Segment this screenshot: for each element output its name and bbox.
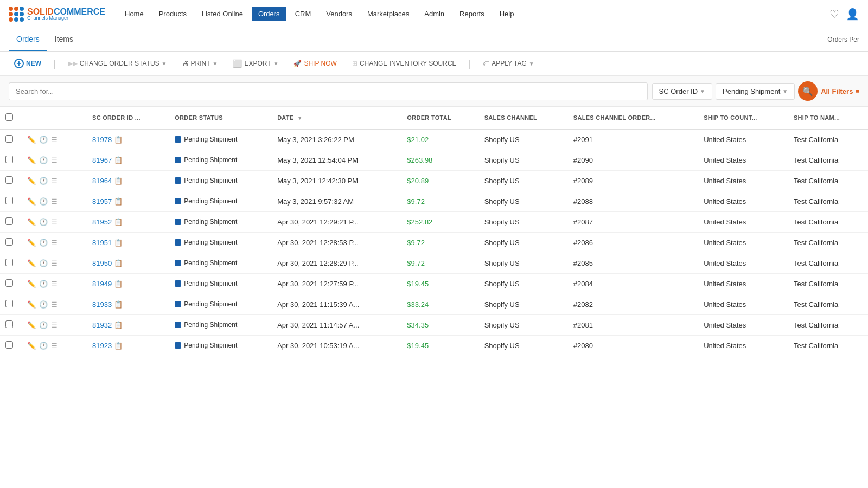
history-icon[interactable]: 🕐 bbox=[39, 342, 48, 350]
row-select-checkbox[interactable] bbox=[5, 320, 13, 328]
history-icon[interactable]: 🕐 bbox=[39, 280, 48, 288]
copy-icon[interactable]: 📋 bbox=[114, 321, 123, 329]
select-all-checkbox[interactable] bbox=[5, 113, 13, 121]
print-button[interactable]: 🖨 PRINT ▼ bbox=[177, 57, 224, 70]
search-button[interactable]: 🔍 bbox=[798, 81, 818, 101]
row-select-checkbox[interactable] bbox=[5, 176, 13, 184]
nav-orders[interactable]: Orders bbox=[252, 7, 286, 21]
nav-crm[interactable]: CRM bbox=[289, 7, 318, 21]
edit-icon[interactable]: ✏️ bbox=[27, 280, 36, 288]
details-icon[interactable]: ☰ bbox=[51, 197, 58, 206]
ship-now-button[interactable]: 🚀 SHIP NOW bbox=[288, 57, 342, 70]
copy-icon[interactable]: 📋 bbox=[114, 136, 123, 144]
row-select-checkbox[interactable] bbox=[5, 279, 13, 287]
user-icon[interactable]: 👤 bbox=[846, 8, 859, 21]
heart-icon[interactable]: ♡ bbox=[829, 8, 839, 21]
row-select-checkbox[interactable] bbox=[5, 259, 13, 266]
edit-icon[interactable]: ✏️ bbox=[27, 197, 36, 206]
tab-orders[interactable]: Orders bbox=[9, 28, 47, 51]
history-icon[interactable]: 🕐 bbox=[39, 300, 48, 309]
edit-icon[interactable]: ✏️ bbox=[27, 177, 36, 185]
order-id-link[interactable]: 81951 bbox=[92, 239, 112, 247]
row-select-checkbox[interactable] bbox=[5, 197, 13, 204]
details-icon[interactable]: ☰ bbox=[51, 156, 58, 164]
details-icon[interactable]: ☰ bbox=[51, 239, 58, 247]
order-id-link[interactable]: 81978 bbox=[92, 136, 112, 144]
history-icon[interactable]: 🕐 bbox=[39, 259, 48, 267]
history-icon[interactable]: 🕐 bbox=[39, 239, 48, 247]
all-filters-button[interactable]: All Filters ≡ bbox=[821, 87, 859, 95]
details-icon[interactable]: ☰ bbox=[51, 136, 58, 144]
edit-icon[interactable]: ✏️ bbox=[27, 136, 36, 144]
nav-admin[interactable]: Admin bbox=[418, 7, 451, 21]
order-id-link[interactable]: 81957 bbox=[92, 197, 112, 206]
header-date[interactable]: DATE ▼ bbox=[272, 107, 401, 129]
edit-icon[interactable]: ✏️ bbox=[27, 259, 36, 267]
history-icon[interactable]: 🕐 bbox=[39, 136, 48, 144]
history-icon[interactable]: 🕐 bbox=[39, 156, 48, 164]
row-select-checkbox[interactable] bbox=[5, 217, 13, 225]
channel-cell: Shopify US bbox=[479, 212, 568, 233]
history-icon[interactable]: 🕐 bbox=[39, 197, 48, 206]
country-cell: United States bbox=[698, 191, 788, 212]
change-inventory-button[interactable]: ⊞ CHANGE INVENTORY SOURCE bbox=[347, 57, 462, 70]
search-input[interactable] bbox=[9, 82, 648, 100]
row-select-checkbox[interactable] bbox=[5, 341, 13, 349]
details-icon[interactable]: ☰ bbox=[51, 177, 58, 185]
nav-vendors[interactable]: Vendors bbox=[320, 7, 359, 21]
details-icon[interactable]: ☰ bbox=[51, 218, 58, 226]
row-select-checkbox[interactable] bbox=[5, 135, 13, 143]
nav-listed-online[interactable]: Listed Online bbox=[195, 7, 250, 21]
copy-icon[interactable]: 📋 bbox=[114, 197, 123, 206]
row-actions: ✏️ 🕐 ☰ bbox=[22, 129, 87, 150]
nav-marketplaces[interactable]: Marketplaces bbox=[361, 7, 416, 21]
order-id-link[interactable]: 81923 bbox=[92, 342, 112, 350]
change-order-status-button[interactable]: ▶▶ CHANGE ORDER STATUS ▼ bbox=[62, 57, 173, 70]
details-icon[interactable]: ☰ bbox=[51, 259, 58, 267]
order-id-filter[interactable]: SC Order ID ▼ bbox=[652, 83, 712, 100]
edit-icon[interactable]: ✏️ bbox=[27, 342, 36, 350]
order-id-link[interactable]: 81949 bbox=[92, 280, 112, 288]
details-icon[interactable]: ☰ bbox=[51, 280, 58, 288]
order-id-link[interactable]: 81964 bbox=[92, 177, 112, 185]
edit-icon[interactable]: ✏️ bbox=[27, 321, 36, 329]
row-select-checkbox[interactable] bbox=[5, 300, 13, 307]
copy-icon[interactable]: 📋 bbox=[114, 259, 123, 267]
history-icon[interactable]: 🕐 bbox=[39, 218, 48, 226]
edit-icon[interactable]: ✏️ bbox=[27, 156, 36, 164]
export-button[interactable]: ⬜ EXPORT ▼ bbox=[227, 56, 284, 70]
edit-icon[interactable]: ✏️ bbox=[27, 218, 36, 226]
apply-tag-button[interactable]: 🏷 APPLY TAG ▼ bbox=[477, 57, 539, 70]
copy-icon[interactable]: 📋 bbox=[114, 239, 123, 247]
copy-icon[interactable]: 📋 bbox=[114, 218, 123, 226]
nav-home[interactable]: Home bbox=[118, 7, 150, 21]
status-filter[interactable]: Pending Shipment ▼ bbox=[716, 83, 795, 100]
details-icon[interactable]: ☰ bbox=[51, 342, 58, 350]
history-icon[interactable]: 🕐 bbox=[39, 321, 48, 329]
copy-icon[interactable]: 📋 bbox=[114, 156, 123, 164]
order-id-link[interactable]: 81967 bbox=[92, 156, 112, 164]
row-checkbox bbox=[0, 150, 22, 171]
edit-icon[interactable]: ✏️ bbox=[27, 300, 36, 309]
row-select-checkbox[interactable] bbox=[5, 156, 13, 163]
copy-icon[interactable]: 📋 bbox=[114, 300, 123, 309]
status-cell: Pending Shipment bbox=[169, 191, 272, 212]
copy-icon[interactable]: 📋 bbox=[114, 280, 123, 288]
logo-dot bbox=[9, 17, 13, 22]
order-id-link[interactable]: 81952 bbox=[92, 218, 112, 226]
nav-help[interactable]: Help bbox=[493, 7, 521, 21]
copy-icon[interactable]: 📋 bbox=[114, 342, 123, 350]
history-icon[interactable]: 🕐 bbox=[39, 177, 48, 185]
details-icon[interactable]: ☰ bbox=[51, 300, 58, 309]
order-id-link[interactable]: 81950 bbox=[92, 259, 112, 267]
tab-items[interactable]: Items bbox=[47, 28, 81, 51]
nav-reports[interactable]: Reports bbox=[453, 7, 491, 21]
nav-products[interactable]: Products bbox=[152, 7, 193, 21]
edit-icon[interactable]: ✏️ bbox=[27, 239, 36, 247]
details-icon[interactable]: ☰ bbox=[51, 321, 58, 329]
copy-icon[interactable]: 📋 bbox=[114, 177, 123, 185]
new-button[interactable]: + NEW bbox=[9, 56, 47, 71]
order-id-link[interactable]: 81932 bbox=[92, 321, 112, 329]
order-id-link[interactable]: 81933 bbox=[92, 300, 112, 309]
row-select-checkbox[interactable] bbox=[5, 238, 13, 246]
